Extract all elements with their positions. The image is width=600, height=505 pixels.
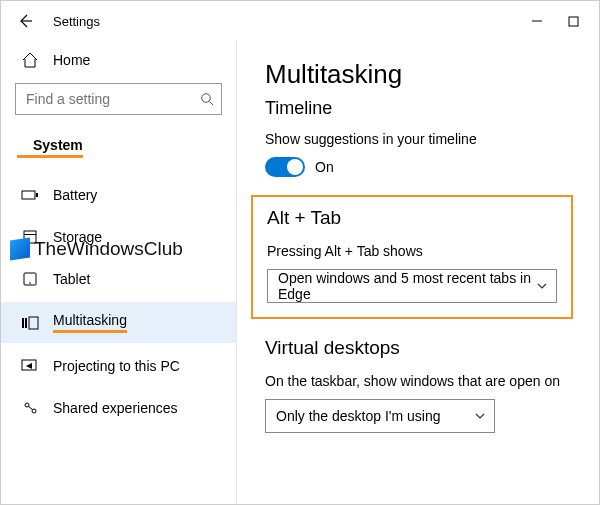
tablet-icon [21, 270, 39, 288]
timeline-setting-label: Show suggestions in your timeline [265, 131, 587, 147]
svg-rect-0 [569, 17, 578, 26]
sidebar-item-label: Storage [53, 229, 102, 245]
svg-rect-8 [22, 318, 24, 328]
sidebar-item-shared[interactable]: Shared experiences [1, 389, 236, 427]
minimize-button[interactable] [519, 7, 555, 35]
toggle-state-label: On [315, 159, 334, 175]
maximize-button[interactable] [555, 7, 591, 35]
virtual-desktops-dropdown[interactable]: Only the desktop I'm using [265, 399, 495, 433]
virtual-setting-label: On the taskbar, show windows that are op… [265, 373, 587, 389]
svg-rect-5 [24, 234, 36, 235]
sidebar-item-storage[interactable]: Storage [1, 218, 236, 256]
section-heading-alttab: Alt + Tab [267, 207, 557, 229]
alttab-setting-label: Pressing Alt + Tab shows [267, 243, 557, 259]
sidebar-item-projecting[interactable]: Projecting to this PC [1, 347, 236, 385]
search-field-container [15, 83, 222, 115]
search-input[interactable] [15, 83, 222, 115]
home-icon [21, 51, 39, 69]
sidebar-item-label: Shared experiences [53, 400, 178, 416]
chevron-down-icon [536, 280, 548, 292]
alttab-dropdown[interactable]: Open windows and 5 most recent tabs in E… [267, 269, 557, 303]
titlebar: Settings [1, 1, 599, 41]
maximize-icon [568, 16, 579, 27]
svg-rect-10 [29, 317, 38, 329]
back-button[interactable] [9, 5, 41, 37]
dropdown-selected-value: Only the desktop I'm using [276, 408, 441, 424]
svg-rect-9 [25, 318, 27, 328]
search-icon [200, 92, 214, 106]
sidebar-item-label: Battery [53, 187, 97, 203]
alttab-section-highlight: Alt + Tab Pressing Alt + Tab shows Open … [251, 195, 573, 319]
svg-point-7 [29, 282, 31, 284]
projecting-icon [21, 357, 39, 375]
arrow-left-icon [17, 13, 33, 29]
nav-home-label: Home [53, 52, 90, 68]
sidebar-category[interactable]: System [17, 131, 83, 158]
section-heading-timeline: Timeline [265, 98, 587, 119]
shared-icon [21, 399, 39, 417]
sidebar-item-multitasking[interactable]: Multitasking [1, 302, 236, 343]
nav-list: Battery Storage Tablet [1, 176, 236, 427]
svg-point-13 [32, 409, 36, 413]
svg-point-1 [202, 94, 211, 103]
sidebar-item-label: Multitasking [53, 312, 127, 333]
sidebar-item-label: Tablet [53, 271, 90, 287]
nav-home[interactable]: Home [1, 41, 236, 83]
page-title: Multitasking [265, 59, 587, 90]
svg-point-12 [25, 403, 29, 407]
content-area: Multitasking Timeline Show suggestions i… [237, 41, 599, 504]
section-heading-virtual: Virtual desktops [265, 337, 587, 359]
multitasking-icon [21, 314, 39, 332]
sidebar: Home System Battery [1, 41, 237, 504]
storage-icon [21, 228, 39, 246]
sidebar-item-label: Projecting to this PC [53, 358, 180, 374]
chevron-down-icon [474, 410, 486, 422]
svg-rect-4 [24, 231, 36, 243]
minimize-icon [531, 15, 543, 27]
sidebar-item-battery[interactable]: Battery [1, 176, 236, 214]
battery-icon [21, 186, 39, 204]
timeline-suggestions-toggle[interactable] [265, 157, 305, 177]
svg-rect-2 [22, 191, 35, 199]
sidebar-item-tablet[interactable]: Tablet [1, 260, 236, 298]
window-title: Settings [53, 14, 100, 29]
dropdown-selected-value: Open windows and 5 most recent tabs in E… [278, 270, 536, 302]
svg-rect-3 [36, 193, 38, 197]
